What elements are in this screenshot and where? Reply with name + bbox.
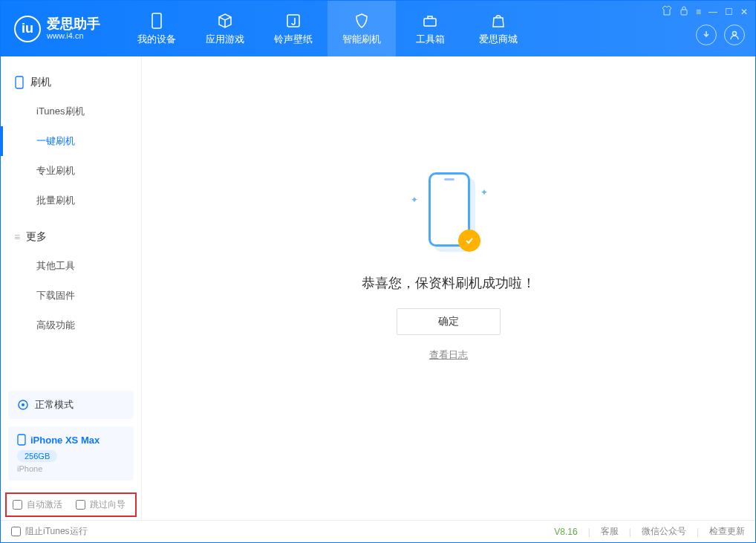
main-content: ✦ ✦ 恭喜您，保资料刷机成功啦！ 确定 查看日志: [142, 56, 755, 521]
app-logo: iu 爱思助手 www.i4.cn: [14, 16, 100, 42]
tab-label: 工具箱: [416, 33, 445, 46]
svg-rect-0: [152, 13, 161, 28]
device-icon: [14, 76, 25, 89]
logo-icon: iu: [14, 16, 41, 42]
tab-label: 应用游戏: [206, 33, 244, 46]
svg-rect-5: [16, 77, 23, 88]
section-title: 刷机: [30, 76, 51, 89]
footer-link-wechat[interactable]: 微信公众号: [642, 525, 686, 538]
tab-label: 我的设备: [137, 33, 176, 46]
block-itunes-checkbox[interactable]: 阻止iTunes运行: [11, 525, 88, 538]
sidebar: 刷机 iTunes刷机 一键刷机 专业刷机 批量刷机 ≡ 更多 其他工具 下载固…: [1, 56, 142, 521]
checkbox-label: 跳过向导: [90, 498, 126, 511]
music-icon: [284, 12, 302, 30]
download-button[interactable]: [696, 25, 717, 45]
sidebar-item-advanced[interactable]: 高级功能: [1, 310, 141, 340]
sidebar-item-batch-flash[interactable]: 批量刷机: [1, 186, 141, 215]
lock-icon[interactable]: [680, 5, 688, 18]
mode-label: 正常模式: [35, 398, 74, 412]
sidebar-item-pro-flash[interactable]: 专业刷机: [1, 156, 141, 186]
status-bar: 阻止iTunes运行 V8.16 | 客服 | 微信公众号 | 检查更新: [1, 520, 755, 542]
footer-link-support[interactable]: 客服: [601, 525, 619, 538]
sidebar-item-download-firmware[interactable]: 下载固件: [1, 281, 141, 310]
success-message: 恭喜您，保资料刷机成功啦！: [362, 274, 535, 292]
tab-ringtones[interactable]: 铃声壁纸: [259, 1, 328, 56]
phone-icon: [148, 12, 166, 30]
cube-icon: [216, 12, 234, 30]
version-label: V8.16: [554, 527, 577, 537]
svg-point-7: [22, 403, 25, 406]
tab-flash[interactable]: 智能刷机: [328, 1, 396, 56]
view-log-link[interactable]: 查看日志: [429, 348, 468, 362]
skip-guide-checkbox[interactable]: 跳过向导: [76, 498, 126, 511]
ok-button[interactable]: 确定: [397, 308, 501, 335]
app-header: iu 爱思助手 www.i4.cn 我的设备 应用游戏 铃声壁纸 智能刷机 工具…: [1, 1, 755, 56]
section-title: 更多: [26, 230, 47, 244]
device-mode-box[interactable]: 正常模式: [8, 391, 134, 419]
storage-badge: 256GB: [17, 450, 57, 462]
shield-icon: [353, 12, 371, 30]
svg-point-4: [733, 32, 737, 36]
close-button[interactable]: ✕: [740, 7, 748, 17]
tab-my-device[interactable]: 我的设备: [123, 1, 191, 56]
svg-rect-2: [424, 19, 436, 26]
nav-tabs: 我的设备 应用游戏 铃声壁纸 智能刷机 工具箱 爱思商城: [123, 1, 532, 56]
minimize-button[interactable]: ―: [708, 7, 717, 17]
svg-rect-8: [18, 435, 25, 445]
list-icon: ≡: [14, 231, 20, 243]
phone-icon: [17, 434, 26, 446]
tshirt-icon[interactable]: [662, 5, 672, 18]
checkbox-label: 自动激活: [27, 498, 62, 511]
user-button[interactable]: [724, 25, 745, 45]
tab-label: 爱思商城: [479, 33, 518, 46]
check-icon: [458, 230, 480, 252]
tab-label: 智能刷机: [342, 33, 381, 46]
device-name-label: iPhone XS Max: [30, 435, 100, 446]
device-info-box[interactable]: iPhone XS Max 256GB iPhone: [8, 426, 134, 481]
bag-icon: [489, 12, 507, 30]
checkbox-label: 阻止iTunes运行: [25, 525, 88, 538]
sidebar-item-other-tools[interactable]: 其他工具: [1, 251, 141, 281]
sidebar-section-flash: 刷机: [1, 68, 141, 97]
device-type-label: iPhone: [17, 464, 125, 473]
sidebar-section-more: ≡ 更多: [1, 223, 141, 251]
tab-toolbox[interactable]: 工具箱: [396, 1, 464, 56]
refresh-icon: [17, 399, 29, 411]
window-top-buttons: ≡ ― ☐ ✕: [662, 5, 748, 18]
footer-link-update[interactable]: 检查更新: [709, 525, 745, 538]
menu-icon[interactable]: ≡: [696, 7, 701, 17]
tab-label: 铃声壁纸: [274, 33, 313, 46]
sidebar-item-oneclick-flash[interactable]: 一键刷机: [1, 126, 141, 156]
auto-activate-checkbox[interactable]: 自动激活: [13, 498, 62, 511]
sidebar-item-itunes-flash[interactable]: iTunes刷机: [1, 97, 141, 126]
svg-rect-3: [681, 10, 687, 15]
success-illustration: ✦ ✦: [415, 172, 482, 258]
tab-store[interactable]: 爱思商城: [464, 1, 532, 56]
app-title: 爱思助手: [47, 17, 100, 32]
tab-apps-games[interactable]: 应用游戏: [191, 1, 259, 56]
app-url: www.i4.cn: [47, 31, 100, 40]
highlighted-options: 自动激活 跳过向导: [5, 492, 137, 517]
toolbox-icon: [421, 12, 439, 30]
maximize-button[interactable]: ☐: [725, 7, 733, 17]
